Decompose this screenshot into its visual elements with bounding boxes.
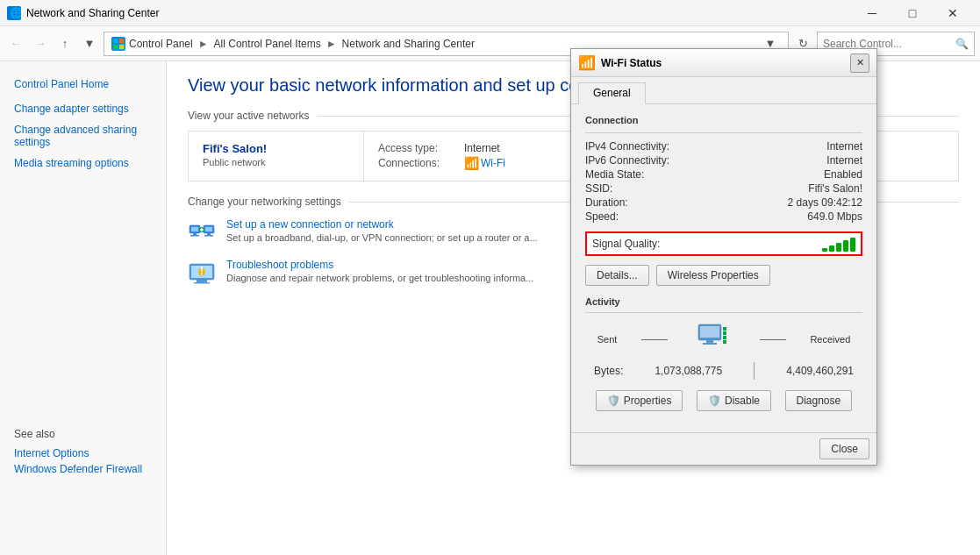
properties-button[interactable]: 🛡️ Properties <box>596 390 683 411</box>
svg-rect-29 <box>723 331 726 335</box>
sidebar-item-advanced-sharing[interactable]: Change advanced sharing settings <box>0 121 166 151</box>
signal-bar-1 <box>822 248 827 252</box>
dialog-title: Wi-Fi Status <box>601 57 662 69</box>
disable-label: Disable <box>725 395 760 407</box>
svg-rect-11 <box>205 227 212 231</box>
shield-icon: 🛡️ <box>607 395 620 407</box>
disable-button[interactable]: 🛡️ Disable <box>697 390 771 411</box>
ssid-label: SSID: <box>585 182 781 195</box>
dialog-close-footer-button[interactable]: Close <box>819 438 869 459</box>
close-button[interactable]: ✕ <box>933 0 973 26</box>
up-button[interactable]: ↑ <box>54 33 75 54</box>
troubleshoot-icon: ! <box>188 259 216 287</box>
search-icon: 🔍 <box>955 38 969 50</box>
window-title: Network and Sharing Center <box>26 7 159 19</box>
wifi-connection-link[interactable]: 📶 Wi-Fi <box>464 156 505 170</box>
breadcrumb: Control Panel <box>129 38 193 50</box>
sent-col: Sent <box>597 333 618 345</box>
activity-divider <box>585 312 862 313</box>
sidebar-item-media-streaming[interactable]: Media streaming options <box>0 154 166 172</box>
connection-divider <box>585 132 862 133</box>
diagnose-button[interactable]: Diagnose <box>785 390 853 411</box>
details-button[interactable]: Details... <box>585 265 649 286</box>
dialog-tabs: General <box>571 77 876 104</box>
properties-label: Properties <box>624 395 672 407</box>
svg-rect-3 <box>119 39 124 43</box>
svg-rect-2 <box>113 39 118 43</box>
connections-label: Connections: <box>378 157 457 169</box>
svg-text:🌐: 🌐 <box>10 6 21 19</box>
dialog-content: Connection IPv4 Connectivity: Internet I… <box>571 104 876 432</box>
sidebar-item-change-adapter[interactable]: Change adapter settings <box>0 100 166 117</box>
svg-rect-26 <box>703 343 717 345</box>
signal-bar-3 <box>836 243 841 252</box>
dialog-footer: Close <box>571 432 876 465</box>
connection-buttons-row: Details... Wireless Properties <box>585 265 862 286</box>
duration-value: 2 days 09:42:12 <box>788 196 862 209</box>
activity-line-right <box>760 339 786 340</box>
network-name-cell: Fifi's Salon! Public network <box>189 132 364 181</box>
minimize-button[interactable]: ─ <box>852 0 892 26</box>
bytes-row: Bytes: 1,073,088,775 4,409,460,291 <box>585 362 862 380</box>
forward-button[interactable]: → <box>30 33 51 54</box>
signal-quality-row: Signal Quality: <box>585 231 862 256</box>
wifi-status-dialog: 📶 Wi-Fi Status ✕ General Connection IPv4… <box>570 48 877 466</box>
dialog-close-button[interactable]: ✕ <box>850 53 869 73</box>
connection-section-header: Connection <box>585 115 862 125</box>
svg-rect-25 <box>706 340 713 343</box>
wireless-properties-button[interactable]: Wireless Properties <box>656 265 770 286</box>
maximize-button[interactable]: □ <box>892 0 933 26</box>
bytes-label: Bytes: <box>594 365 623 377</box>
disable-shield-icon: 🛡️ <box>708 395 721 407</box>
svg-rect-5 <box>119 45 124 49</box>
wifi-name: Wi-Fi <box>481 157 505 169</box>
ipv4-label: IPv4 Connectivity: <box>585 140 781 153</box>
diagnose-label: Diagnose <box>797 395 841 407</box>
connection-info-grid: IPv4 Connectivity: Internet IPv6 Connect… <box>585 140 862 223</box>
ipv6-label: IPv6 Connectivity: <box>585 154 781 167</box>
tab-general[interactable]: General <box>578 82 646 104</box>
window-controls: ─ □ ✕ <box>852 0 973 26</box>
svg-rect-30 <box>723 327 726 331</box>
svg-text:!: ! <box>200 265 204 277</box>
svg-rect-13 <box>204 235 213 237</box>
control-panel-icon <box>111 37 125 51</box>
bytes-sent: 1,073,088,775 <box>655 365 722 377</box>
media-state-value: Enabled <box>788 168 862 181</box>
svg-rect-9 <box>190 235 199 237</box>
received-label: Received <box>810 334 850 345</box>
bytes-divider <box>754 362 755 380</box>
ipv6-value: Internet <box>788 154 862 167</box>
activity-line-left <box>641 339 668 340</box>
access-type-value: Internet <box>464 142 500 154</box>
duration-label: Duration: <box>585 196 781 209</box>
sidebar-item-control-panel-home[interactable]: Control Panel Home <box>0 75 166 93</box>
breadcrumb-all-items: All Control Panel Items <box>214 38 321 50</box>
sidebar-item-firewall[interactable]: Windows Defender Firewall <box>14 461 152 477</box>
ipv4-value: Internet <box>788 140 862 153</box>
activity-content: Sent <box>585 322 862 357</box>
svg-rect-19 <box>197 280 207 282</box>
bottom-buttons-row: 🛡️ Properties 🛡️ Disable Diagnose <box>585 390 862 411</box>
sidebar-item-internet-options[interactable]: Internet Options <box>14 445 152 461</box>
network-computer-icon <box>691 322 735 357</box>
access-type-label: Access type: <box>378 142 457 154</box>
signal-bar-2 <box>829 245 834 252</box>
recent-locations-button[interactable]: ▼ <box>79 33 100 54</box>
activity-section: Activity Sent <box>585 296 862 380</box>
back-button[interactable]: ← <box>5 33 26 54</box>
activity-header: Activity <box>585 296 862 307</box>
see-also-label: See also <box>14 428 152 445</box>
signal-bars <box>822 236 855 252</box>
svg-rect-20 <box>194 282 210 284</box>
wifi-icon: 📶 <box>464 156 479 170</box>
svg-rect-7 <box>191 227 198 231</box>
bytes-received: 4,409,460,291 <box>786 365 854 377</box>
svg-rect-28 <box>723 336 726 339</box>
svg-rect-27 <box>723 340 726 344</box>
speed-value: 649.0 Mbps <box>788 210 862 223</box>
svg-rect-24 <box>700 326 719 338</box>
speed-label: Speed: <box>585 210 781 223</box>
svg-rect-4 <box>113 45 118 49</box>
app-icon: 🌐 <box>7 6 21 20</box>
